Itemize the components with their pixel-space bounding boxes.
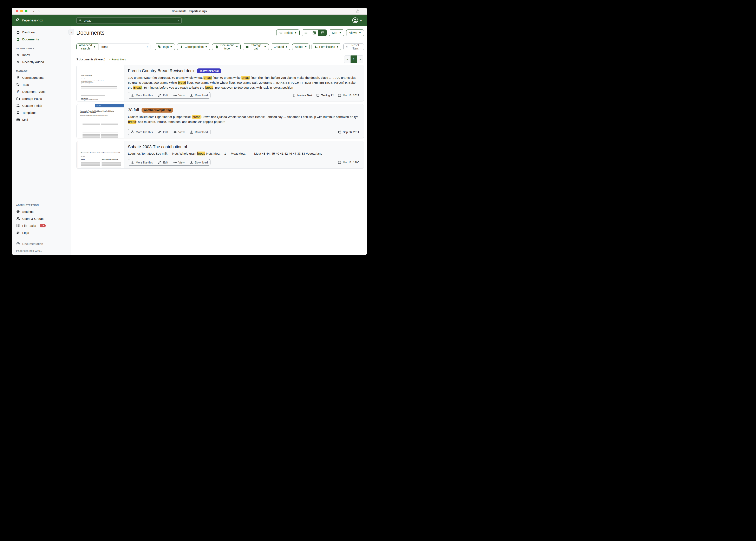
- document-snippet: 100 grams Water (80 degrees), 50 grams w…: [128, 75, 359, 90]
- view-button[interactable]: View: [171, 129, 187, 135]
- sidebar-item-correspondents[interactable]: Correspondents: [12, 74, 71, 81]
- thumbnail-page: Nutrition FYI Preparing to Prescribe Pla…: [77, 104, 124, 138]
- sidebar-item-recently-added[interactable]: Recently Added: [12, 58, 71, 65]
- search-clear-icon[interactable]: x: [178, 19, 180, 22]
- filter-document-type-button[interactable]: Document type▼: [212, 44, 241, 50]
- document-meta-invoice-test[interactable]: Invoice Test: [292, 94, 312, 97]
- search-term-highlight: bread: [128, 120, 136, 124]
- sidebar-item-tags[interactable]: Tags: [12, 81, 71, 88]
- sidebar-item-label: Storage Paths: [22, 97, 42, 100]
- pagination-prev-button[interactable]: «: [344, 55, 351, 63]
- global-search[interactable]: x: [76, 17, 182, 24]
- caret-down-icon: ▼: [170, 46, 172, 48]
- filter-created-button[interactable]: Created▼: [271, 44, 290, 50]
- file-icon: [292, 94, 296, 97]
- eye-icon: [173, 161, 177, 164]
- filter-correspondent-button[interactable]: Correspondent▼: [177, 44, 210, 50]
- pagination-next-button[interactable]: »: [357, 55, 363, 63]
- document-meta-sep-26-2011[interactable]: Sep 26, 2011: [338, 130, 359, 134]
- sidebar-item-label: Documents: [22, 38, 39, 41]
- filter-added-button[interactable]: Added▼: [292, 44, 309, 50]
- view-mode-list-button[interactable]: [302, 30, 310, 36]
- sidebar-item-custom-fields[interactable]: Custom Fields: [12, 102, 71, 109]
- sidebar-item-documents[interactable]: Documents: [12, 36, 71, 43]
- result-count-row: 3 documents (filtered) ×Reset filters « …: [76, 55, 364, 63]
- sidebar-item-document-types[interactable]: # Document Types: [12, 88, 71, 95]
- sidebar-group: ADMINISTRATION Settings Users & Groups F…: [12, 199, 71, 236]
- view-mode-grid-button[interactable]: [310, 30, 318, 36]
- search-term-highlight: bread: [241, 76, 250, 80]
- share-icon[interactable]: [356, 9, 360, 14]
- edit-button[interactable]: Edit: [155, 129, 171, 135]
- reset-filters-link[interactable]: ×Reset filters: [109, 58, 126, 61]
- sidebar-item-label: Logs: [22, 231, 29, 235]
- tag-icon: [16, 83, 20, 86]
- clear-search-icon[interactable]: ×: [147, 45, 149, 48]
- document-snippet: Legumes Tomatoes Soy milk — Nuts Whole-g…: [128, 151, 359, 157]
- more-like-this-button[interactable]: More like this: [128, 159, 155, 166]
- view-button[interactable]: View: [171, 92, 187, 99]
- view-mode-toggle: [302, 30, 327, 36]
- document-thumbnail[interactable]: Nutrition FYI Preparing to Prescribe Pla…: [77, 104, 124, 138]
- document-title[interactable]: Sabaté-2003-The contribution of: [128, 145, 187, 149]
- sidebar-item-label: Correspondents: [22, 76, 44, 79]
- caret-down-icon: ▼: [359, 32, 361, 34]
- download-button[interactable]: Download: [187, 92, 210, 99]
- advanced-search-dropdown[interactable]: Advanced search▼: [76, 44, 98, 50]
- sidebar-item-dashboard[interactable]: Dashboard: [12, 29, 71, 36]
- pencil-icon: [158, 130, 161, 134]
- document-meta-testing-12[interactable]: Testing 12: [316, 94, 334, 97]
- sidebar-item-settings[interactable]: Settings: [12, 208, 71, 215]
- document-thumbnail[interactable]: The contribution of vegetarian diets to …: [77, 141, 124, 169]
- more-like-this-button[interactable]: More like this: [128, 92, 155, 99]
- file-tasks-count-badge: 16: [40, 224, 46, 228]
- edit-button[interactable]: Edit: [155, 159, 171, 166]
- sidebar-collapse-button[interactable]: «: [69, 29, 74, 35]
- sort-button[interactable]: Sort▼: [329, 30, 344, 36]
- select-button[interactable]: Select▼: [276, 30, 300, 36]
- filter-tags-button[interactable]: Tags▼: [155, 44, 175, 50]
- document-meta-mar-13-2022[interactable]: Mar 13, 2022: [338, 94, 359, 97]
- documents-toolbar: Select▼ Sort▼ Views▼: [276, 30, 364, 36]
- caret-down-icon: ▼: [93, 46, 96, 48]
- template-icon: [16, 111, 20, 114]
- filter-storage-path-button[interactable]: Storage path▼: [243, 44, 269, 50]
- hash-icon: #: [16, 90, 20, 93]
- sidebar-item-storage-paths[interactable]: Storage Paths: [12, 95, 71, 102]
- chevron-down-icon: ▼: [360, 20, 362, 22]
- sidebar-item-documentation[interactable]: Documentation: [12, 240, 71, 247]
- document-card: Nutrition FYI Preparing to Prescribe Pla…: [76, 104, 364, 138]
- view-button[interactable]: View: [171, 159, 187, 166]
- document-thumbnail[interactable]: French Country Bread For the Leaven 1 he…: [77, 65, 124, 101]
- sidebar-item-label: Mail: [22, 118, 28, 122]
- filter-permissions-button[interactable]: Permissions▼: [312, 44, 341, 50]
- download-button[interactable]: Download: [187, 159, 210, 166]
- sidebar-item-file-tasks[interactable]: File Tasks 16: [12, 222, 71, 229]
- sidebar-item-users-groups[interactable]: Users & Groups: [12, 215, 71, 222]
- advanced-search-input[interactable]: [98, 44, 150, 50]
- caret-down-icon: ▼: [285, 46, 287, 48]
- page-title: Documents: [76, 30, 105, 36]
- search-input[interactable]: [83, 19, 178, 22]
- app-brand[interactable]: Paperless-ngx: [15, 18, 43, 23]
- views-button[interactable]: Views▼: [346, 30, 364, 36]
- download-button[interactable]: Download: [187, 129, 210, 135]
- sidebar-item-inbox[interactable]: Inbox: [12, 51, 71, 58]
- tag-badge[interactable]: Another Sample Tag: [142, 108, 173, 113]
- more-like-this-button[interactable]: More like this: [128, 129, 155, 135]
- document-meta-mar-12-1990[interactable]: Mar 12, 1990: [338, 161, 359, 164]
- sidebar-item-templates[interactable]: Templates: [12, 109, 71, 116]
- tag-badge[interactable]: TagWithPartial: [197, 68, 221, 73]
- download-icon: [190, 94, 193, 97]
- document-card: The contribution of vegetarian diets to …: [76, 141, 364, 169]
- reset-filters-button[interactable]: ×Reset filters: [343, 44, 364, 50]
- edit-button[interactable]: Edit: [155, 92, 171, 99]
- sidebar-item-mail[interactable]: Mail: [12, 116, 71, 123]
- user-menu[interactable]: ▼: [352, 17, 362, 24]
- document-title[interactable]: French Country Bread Revised.docx: [128, 68, 194, 73]
- document-count: 3 documents (filtered): [76, 58, 105, 61]
- view-mode-cards-button[interactable]: [318, 30, 327, 36]
- sidebar-item-logs[interactable]: Logs: [12, 229, 71, 236]
- pagination-page-1[interactable]: 1: [351, 55, 357, 63]
- document-title[interactable]: 38.full: [128, 108, 139, 112]
